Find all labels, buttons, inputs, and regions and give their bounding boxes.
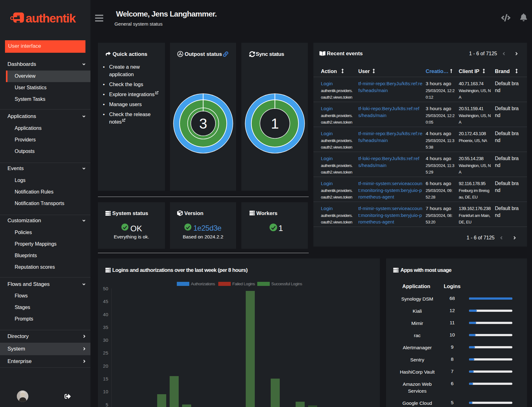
- svg-text:3: 3: [199, 115, 207, 132]
- svg-text:1: 1: [271, 115, 279, 132]
- svg-text:authentik: authentik: [26, 12, 76, 25]
